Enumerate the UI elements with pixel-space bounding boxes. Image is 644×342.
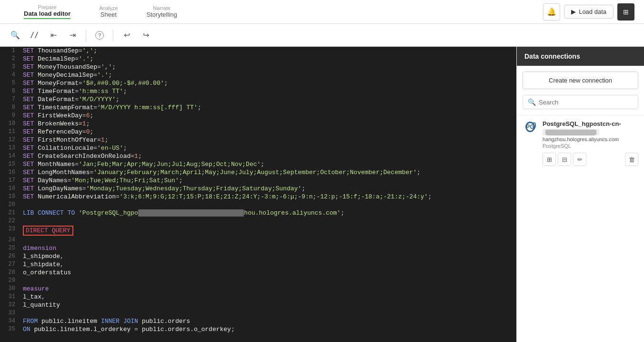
table-row: 6 SET TimeFormat='h:mm:ss TT'; — [0, 87, 516, 95]
table-row: 12 SET FirstMonthOfYear=1; — [0, 136, 516, 144]
indent-increase-button[interactable]: ⇥ — [65, 28, 80, 43]
tab-narrate[interactable]: Narrate Storytelling — [132, 0, 191, 24]
table-row: 25 dimension — [0, 244, 516, 252]
prepare-sub-label: Prepare — [38, 4, 57, 10]
prepare-main-label: Data load editor — [24, 10, 70, 19]
delete-connection-button[interactable]: 🗑 — [625, 153, 638, 166]
connection-host-masked: ██████████████ — [543, 129, 599, 135]
view-table-button[interactable]: ⊟ — [558, 153, 571, 166]
search-input[interactable] — [539, 99, 633, 106]
indent-decrease-icon: ⇤ — [50, 31, 57, 40]
table-row: 34 FROM public.lineitem INNER JOIN publi… — [0, 317, 516, 325]
connection-name: PostgreSQL_hgpostcn-cn- — [543, 120, 638, 127]
table-row: 16 SET LongMonthNames='January;February;… — [0, 168, 516, 176]
table-row: 32 l_quantity — [0, 301, 516, 309]
search-icon: 🔍 — [528, 98, 536, 106]
table-row: 9 SET FirstWeekDay=6; — [0, 112, 516, 120]
table-row: 18 SET LongDayNames='Monday;Tuesday;Wedn… — [0, 185, 516, 193]
code-lines: 1 SET ThousandSep=','; 2 SET DecimalSep=… — [0, 47, 516, 333]
table-row: 4 SET MoneyDecimalSep='.'; — [0, 71, 516, 79]
table-row: 29 — [0, 277, 516, 285]
search-toolbar-button[interactable]: 🔍 — [8, 28, 23, 43]
table-row: 3 SET MoneyThousandSep=','; — [0, 63, 516, 71]
table-row: 10 SET BrokenWeeks=1; — [0, 120, 516, 128]
tab-prepare[interactable]: Prepare Data load editor — [10, 0, 85, 24]
search-icon: 🔍 — [10, 31, 20, 40]
connection-host-full: hangzhou.hologres.aliyuncs.com — [543, 136, 638, 142]
connection-type: PostgreSQL — [543, 143, 638, 149]
indent-decrease-button[interactable]: ⇤ — [46, 28, 61, 43]
undo-icon: ↩ — [124, 31, 130, 40]
trash-icon: 🗑 — [629, 156, 635, 163]
create-new-connection-label: Create new connection — [549, 77, 612, 84]
table-row: 7 SET DateFormat='M/D/YYYY'; — [0, 95, 516, 104]
redo-button[interactable]: ↪ — [138, 28, 153, 43]
narrate-main-label: Storytelling — [146, 11, 177, 18]
connection-header: PG PostgreSQL_hgpostcn-cn- █████████████… — [523, 120, 638, 149]
tab-analyze[interactable]: Analyze Sheet — [85, 0, 132, 24]
table-row: 33 — [0, 309, 516, 317]
data-connections-header: Data connections — [517, 47, 644, 66]
table-row: 15 SET MonthNames='Jan;Feb;Mar;Apr;May;J… — [0, 160, 516, 168]
code-editor[interactable]: 1 SET ThousandSep=','; 2 SET DecimalSep=… — [0, 47, 516, 342]
table-row: 1 SET ThousandSep=','; — [0, 47, 516, 55]
analyze-sub-label: Analyze — [99, 5, 118, 11]
edit-icon: ✏ — [577, 156, 583, 163]
load-data-button[interactable]: ▶ Load data — [564, 5, 614, 19]
table-row: 17 SET DayNames='Mon;Tue;Wed;Thu;Fri;Sat… — [0, 176, 516, 185]
redo-icon: ↪ — [143, 31, 149, 40]
table-row: 20 — [0, 201, 516, 209]
edit-connection-button[interactable]: ✏ — [573, 153, 586, 166]
connection-actions: ⊞ ⊟ ✏ 🗑 — [523, 153, 638, 166]
table-row: 27 l_shipdate, — [0, 260, 516, 269]
toolbar-separator — [86, 30, 86, 41]
table-row: 14 SET CreateSearchIndexOnReload=1; — [0, 152, 516, 160]
table-row: 13 SET CollationLocale='en-US'; — [0, 144, 516, 152]
top-nav: Prepare Data load editor Analyze Sheet N… — [0, 0, 644, 24]
grid-view-button[interactable]: ⊞ — [617, 3, 634, 21]
table-row: 23 DIRECT QUERY — [0, 225, 516, 236]
table-row: 35 ON public.lineitem.l_orderkey = publi… — [0, 325, 516, 333]
help-button[interactable]: ? — [92, 28, 107, 43]
table-row: 2 SET DecimalSep='.'; — [0, 55, 516, 63]
main-layout: 1 SET ThousandSep=','; 2 SET DecimalSep=… — [0, 47, 644, 342]
table-row: 26 l_shipmode, — [0, 252, 516, 260]
table-icon: ⊟ — [562, 156, 567, 163]
bell-icon: 🔔 — [547, 7, 556, 16]
narrate-sub-label: Narrate — [153, 5, 171, 11]
search-box: 🔍 — [523, 95, 638, 109]
table-row: 28 o_orderstatus — [0, 269, 516, 277]
table-row: 21 LIB CONNECT TO 'PostgreSQL_hgpo██████… — [0, 209, 516, 217]
create-new-connection-button[interactable]: Create new connection — [523, 72, 638, 89]
comment-icon: // — [30, 31, 39, 40]
table-row: 19 SET NumericalAbbreviation='3:k;6:M;9:… — [0, 193, 516, 201]
undo-button[interactable]: ↩ — [119, 28, 134, 43]
table-row: 22 — [0, 217, 516, 225]
table-row: 5 SET MoneyFormat='$#,##0.00;-$#,##0.00'… — [0, 79, 516, 87]
indent-increase-icon: ⇥ — [70, 31, 76, 40]
notification-button[interactable]: 🔔 — [543, 3, 560, 21]
postgresql-icon: PG — [523, 120, 538, 135]
grid-icon: ⊞ — [623, 8, 629, 16]
select-data-button[interactable]: ⊞ — [543, 153, 556, 166]
right-panel: Data connections Create new connection 🔍… — [516, 47, 644, 342]
toolbar-separator-2 — [113, 30, 113, 41]
table-row: 8 SET TimestampFormat='M/D/YYYY h:mm:ss[… — [0, 104, 516, 112]
play-icon: ▶ — [571, 8, 576, 15]
list-item[interactable]: PG PostgreSQL_hgpostcn-cn- █████████████… — [517, 115, 644, 171]
comment-button[interactable]: // — [27, 28, 42, 43]
table-row: 31 l_tax, — [0, 293, 516, 301]
data-connections-title: Data connections — [524, 52, 580, 60]
editor-toolbar: 🔍 // ⇤ ⇥ ? ↩ ↪ — [0, 24, 644, 47]
nav-actions: 🔔 ▶ Load data ⊞ — [543, 3, 634, 21]
table-row: 11 SET ReferenceDay=0; — [0, 128, 516, 136]
help-icon: ? — [95, 31, 104, 40]
connection-info: PostgreSQL_hgpostcn-cn- ██████████████ h… — [543, 120, 638, 149]
table-row: 24 — [0, 236, 516, 244]
select-data-icon: ⊞ — [547, 156, 552, 163]
analyze-main-label: Sheet — [101, 11, 117, 18]
table-row: 30 measure — [0, 285, 516, 293]
load-data-label: Load data — [579, 8, 606, 15]
